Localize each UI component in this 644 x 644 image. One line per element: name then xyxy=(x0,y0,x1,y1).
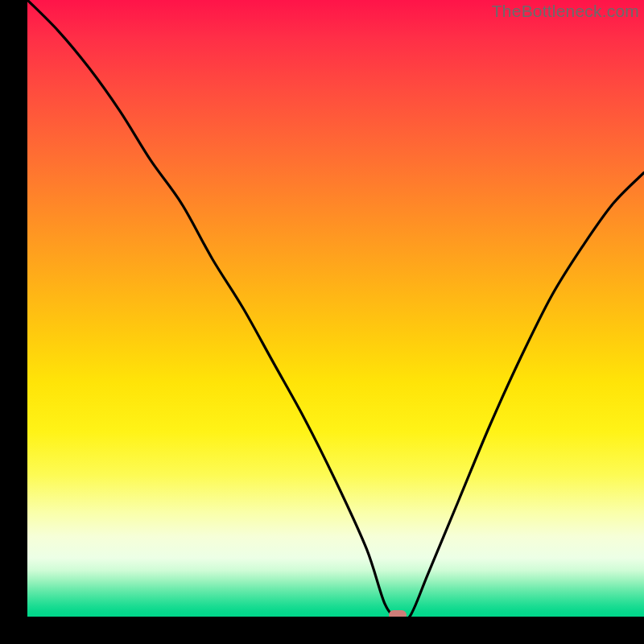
bottleneck-curve xyxy=(27,0,644,617)
watermark-text: TheBottleneck.com xyxy=(492,2,639,21)
frame-bottom xyxy=(0,617,644,644)
bottleneck-chart: TheBottleneck.com xyxy=(0,0,644,644)
frame-left xyxy=(0,0,27,644)
